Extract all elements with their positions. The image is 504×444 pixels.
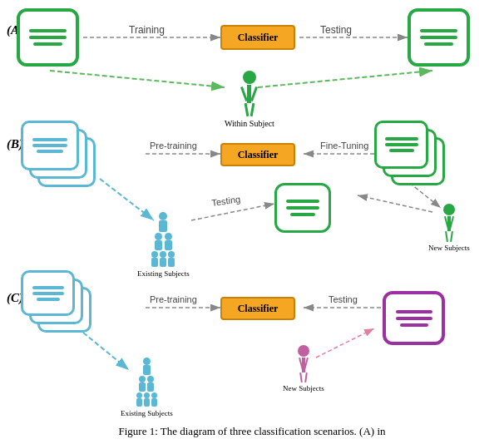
row-a-left-doc: [17, 8, 79, 67]
row-c-classifier: Classifier: [220, 297, 295, 320]
row-c-existing-subjects: Existing Subjects: [121, 358, 173, 417]
svg-line-11: [50, 71, 225, 87]
row-a-right-doc: [408, 8, 470, 67]
diagram-container: Training Testing Pre-training Fine-Tunin…: [0, 0, 504, 407]
row-b-new-subjects: New Subjects: [428, 204, 470, 252]
svg-text:Pre-training: Pre-training: [150, 294, 197, 304]
row-a-classifier: Classifier: [220, 25, 295, 50]
svg-text:Testing: Testing: [211, 194, 241, 208]
svg-text:Testing: Testing: [329, 294, 358, 304]
svg-line-27: [316, 328, 374, 358]
svg-line-17: [191, 204, 274, 220]
row-b-classifier: Classifier: [220, 143, 295, 166]
row-b-green-doc: [274, 183, 331, 233]
svg-line-12: [258, 71, 432, 87]
row-c-purple-doc: [383, 291, 445, 345]
row-c-new-subjects: New Subjects: [283, 345, 324, 392]
svg-text:Testing: Testing: [320, 24, 352, 36]
row-c-left-stacked: [21, 270, 137, 353]
row-a-person: Within Subject: [225, 71, 274, 128]
row-b-left-stacked: [21, 121, 137, 212]
svg-text:Training: Training: [129, 24, 165, 36]
row-b-existing-subjects: Existing Subjects: [137, 212, 190, 278]
row-b-right-stacked: [374, 121, 482, 212]
svg-text:Fine-Tuning: Fine-Tuning: [320, 141, 368, 150]
svg-text:Pre-training: Pre-training: [150, 141, 197, 150]
caption: Figure 1: The diagram of three classific…: [0, 423, 504, 441]
